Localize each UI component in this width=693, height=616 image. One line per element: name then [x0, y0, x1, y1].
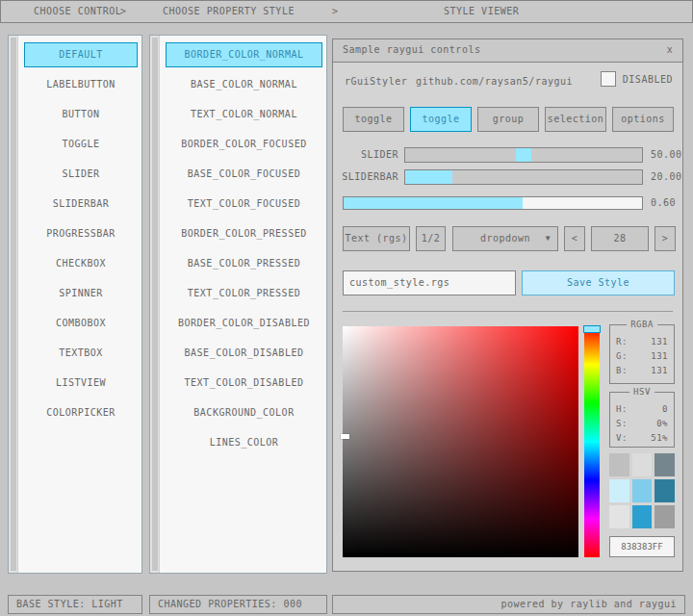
slider-label: SLIDER — [333, 147, 398, 163]
text-rgs-toggle[interactable]: Text (rgs) — [343, 226, 410, 251]
control-item-default[interactable]: DEFAULT — [24, 42, 138, 67]
control-item-textbox[interactable]: TEXTBOX — [24, 341, 138, 366]
color-swatch[interactable] — [654, 479, 675, 502]
control-item-progressbar[interactable]: PROGRESSBAR — [24, 221, 138, 246]
color-swatch[interactable] — [654, 453, 675, 476]
toggle-button-2-active[interactable]: toggle — [410, 107, 472, 132]
property-item-border-color-focused[interactable]: BORDER_COLOR_FOCUSED — [166, 132, 322, 157]
rgba-panel: RGBA R: 131 G: 131 B: 131 — [609, 324, 675, 384]
half-button[interactable]: 1/2 — [416, 226, 446, 251]
spinner-increment-button[interactable]: > — [654, 226, 676, 251]
slider-value: 50.00 — [651, 147, 683, 163]
chevron-right-icon: > — [120, 1, 127, 22]
chevron-down-icon: ▼ — [546, 227, 551, 250]
divider — [343, 311, 673, 312]
window-titlebar[interactable]: Sample raygui controls x — [333, 39, 682, 63]
spinner-decrement-button[interactable]: < — [564, 226, 585, 251]
sliderbar-fill — [405, 170, 452, 184]
control-item-sliderbar[interactable]: SLIDERBAR — [24, 192, 138, 217]
hsv-row-s: S: 0% — [610, 417, 674, 431]
controls-scrollbar[interactable] — [9, 36, 18, 573]
breadcrumb-choose-property: CHOOSE PROPERTY STYLE — [163, 1, 295, 22]
close-icon[interactable]: x — [661, 39, 679, 61]
control-item-listview[interactable]: LISTVIEW — [24, 371, 138, 396]
properties-scrollbar[interactable] — [150, 36, 160, 573]
scrollbar-thumb[interactable] — [11, 38, 16, 571]
property-item-border-color-normal[interactable]: BORDER_COLOR_NORMAL — [166, 42, 322, 67]
property-item-border-color-disabled[interactable]: BORDER_COLOR_DISABLED — [166, 311, 322, 336]
hex-color-input[interactable]: 838383FF — [609, 536, 675, 557]
breadcrumb-choose-control: CHOOSE CONTROL — [34, 1, 121, 22]
h-value: 0 — [662, 402, 668, 417]
property-item-background-color[interactable]: BACKGROUND_COLOR — [166, 400, 322, 425]
control-item-colorpicker[interactable]: COLORPICKER — [24, 400, 138, 425]
control-item-toggle[interactable]: TOGGLE — [24, 132, 138, 157]
filename-input[interactable]: custom_style.rgs — [343, 270, 516, 295]
spinner-value-box[interactable]: 28 — [591, 226, 649, 251]
property-item-base-color-pressed[interactable]: BASE_COLOR_PRESSED — [166, 251, 322, 276]
app-name-label: rGuiStyler — [345, 74, 407, 90]
hsv-row-v: V: 51% — [610, 431, 674, 446]
style-viewer-window: Sample raygui controls x rGuiStyler gith… — [332, 38, 683, 572]
control-item-spinner[interactable]: SPINNER — [24, 281, 138, 306]
color-swatch[interactable] — [632, 505, 653, 528]
rguistyler-app: CHOOSE CONTROL > CHOOSE PROPERTY STYLE >… — [0, 0, 693, 616]
hue-handle[interactable] — [583, 325, 601, 333]
color-swatch[interactable] — [632, 479, 653, 502]
chevron-right-icon: > — [332, 1, 339, 22]
property-item-text-color-pressed[interactable]: TEXT_COLOR_PRESSED — [166, 281, 322, 306]
style-color-swatches — [609, 453, 675, 528]
property-item-base-color-disabled[interactable]: BASE_COLOR_DISABLED — [166, 341, 322, 366]
dropdown[interactable]: dropdown ▼ — [452, 226, 558, 251]
progressbar-fill — [344, 197, 523, 209]
color-swatch[interactable] — [609, 453, 629, 476]
v-value: 51% — [651, 431, 668, 446]
repo-link[interactable]: github.com/raysan5/raygui — [416, 74, 573, 90]
color-saturation-value-picker[interactable] — [343, 326, 578, 557]
disabled-checkbox-label: DISABLED — [623, 74, 673, 85]
property-item-base-color-focused[interactable]: BASE_COLOR_FOCUSED — [166, 162, 322, 187]
toggle-button-1[interactable]: toggle — [343, 107, 404, 132]
color-swatch[interactable] — [654, 505, 675, 528]
scrollbar-thumb[interactable] — [152, 38, 158, 571]
save-style-button[interactable]: Save Style — [522, 270, 675, 295]
h-label: H: — [616, 402, 628, 417]
control-item-labelbutton[interactable]: LABELBUTTON — [24, 72, 138, 97]
disabled-checkbox[interactable] — [601, 71, 616, 87]
toggle-button-group[interactable]: group — [477, 107, 539, 132]
b-value: 131 — [651, 364, 668, 378]
rgba-row-b: B: 131 — [610, 364, 674, 378]
slider-handle[interactable] — [516, 148, 531, 162]
property-item-text-color-disabled[interactable]: TEXT_COLOR_DISABLED — [166, 371, 322, 396]
hue-bar[interactable] — [584, 326, 600, 557]
window-title: Sample raygui controls — [343, 44, 480, 55]
property-item-text-color-normal[interactable]: TEXT_COLOR_NORMAL — [166, 102, 322, 127]
color-swatch[interactable] — [609, 479, 629, 502]
rgba-title: RGBA — [627, 320, 657, 329]
status-base-style: BASE STYLE: LIGHT — [8, 595, 142, 614]
control-item-button[interactable]: BUTTON — [24, 102, 138, 127]
sliderbar[interactable] — [404, 169, 643, 185]
toggle-button-options[interactable]: options — [612, 107, 674, 132]
sliderbar-label: SLIDERBAR — [333, 169, 398, 185]
r-value: 131 — [651, 335, 668, 349]
property-item-lines-color[interactable]: LINES_COLOR — [166, 430, 322, 455]
color-swatch[interactable] — [609, 505, 629, 528]
r-label: R: — [616, 335, 628, 349]
progressbar — [343, 196, 643, 210]
hsv-panel: HSV H: 0 S: 0% V: 51% — [609, 392, 675, 448]
control-item-combobox[interactable]: COMBOBOX — [24, 311, 138, 336]
color-picker-marker[interactable] — [341, 434, 349, 439]
control-item-slider[interactable]: SLIDER — [24, 162, 138, 187]
color-swatch[interactable] — [632, 453, 653, 476]
property-item-text-color-focused[interactable]: TEXT_COLOR_FOCUSED — [166, 192, 322, 217]
progressbar-value: 0.60 — [651, 195, 683, 211]
toggle-button-selection[interactable]: selection — [545, 107, 606, 132]
slider[interactable] — [404, 147, 643, 163]
g-value: 131 — [651, 349, 668, 364]
property-item-base-color-normal[interactable]: BASE_COLOR_NORMAL — [166, 72, 322, 97]
s-value: 0% — [656, 417, 668, 431]
control-item-checkbox[interactable]: CHECKBOX — [24, 251, 138, 276]
property-item-border-color-pressed[interactable]: BORDER_COLOR_PRESSED — [166, 221, 322, 246]
hsv-title: HSV — [629, 387, 654, 397]
